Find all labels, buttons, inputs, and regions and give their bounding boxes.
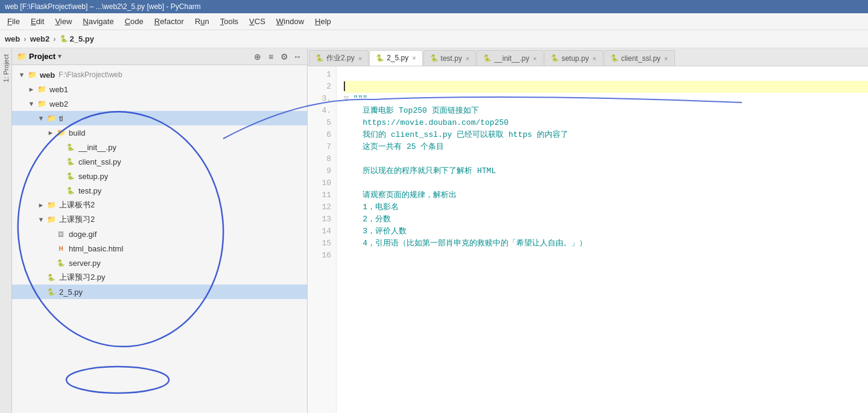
tab-icon-zuoye2: 🐍 bbox=[315, 54, 324, 62]
project-header: 📁 Project ▾ ⊕ ≡ ⚙ ↔ bbox=[12, 48, 307, 65]
file-icon-setup: 🐍 bbox=[65, 171, 76, 181]
tab-close-zuoye2[interactable]: × bbox=[358, 55, 362, 62]
tab-label-zuoye2: 作业2.py bbox=[326, 53, 355, 63]
tab-test[interactable]: 🐍 test.py × bbox=[423, 50, 477, 66]
line-num-15: 15 bbox=[308, 238, 336, 250]
code-line-3: ▽ """ bbox=[344, 93, 868, 105]
line-num-11: 11 bbox=[308, 189, 336, 201]
menu-view[interactable]: View bbox=[50, 15, 77, 28]
file-icon-init: 🐍 bbox=[65, 142, 76, 152]
expand-setup bbox=[55, 172, 65, 180]
sidebar-strip: 1: Project bbox=[0, 48, 12, 413]
file-icon-server: 🐍 bbox=[55, 258, 66, 268]
tree-item-html-basic[interactable]: H html_basic.html bbox=[12, 241, 307, 256]
breadcrumb-web2[interactable]: web2 bbox=[30, 34, 50, 43]
menu-window[interactable]: Window bbox=[271, 15, 309, 28]
expand-shangyuxi2-py bbox=[36, 274, 46, 281]
tree-path-web: F:\FlaskProject\web bbox=[59, 71, 122, 79]
tab-client-ssl[interactable]: 🐍 client_ssl.py × bbox=[604, 50, 675, 66]
breadcrumb-web[interactable]: web bbox=[5, 34, 20, 43]
tab-label-2_5: 2_5.py bbox=[387, 54, 408, 62]
menu-tools[interactable]: Tools bbox=[215, 15, 243, 28]
menu-code[interactable]: Code bbox=[120, 15, 148, 28]
tree-label-client-ssl: client_ssl.py bbox=[78, 157, 121, 166]
tree-item-doge[interactable]: 🖼 doge.gif bbox=[12, 227, 307, 241]
tab-close-test[interactable]: × bbox=[466, 55, 469, 62]
code-content[interactable]: from tl import client_ssl as tl ▽ """ 豆瓣… bbox=[337, 66, 868, 413]
menu-vcs[interactable]: VCS bbox=[244, 15, 270, 28]
tab-label-setup: setup.py bbox=[562, 54, 589, 63]
tree-item-web1[interactable]: ► 📁 web1 bbox=[12, 82, 307, 96]
file-icon-test: 🐍 bbox=[65, 186, 76, 195]
expand-build: ► bbox=[46, 129, 55, 136]
code-line-9: 所以现在的程序就只剩下了解析 HTML bbox=[344, 165, 868, 177]
project-panel: 📁 Project ▾ ⊕ ≡ ⚙ ↔ ▼ 📁 web F:\FlaskProj… bbox=[12, 48, 308, 413]
tree-label-init: __init__.py bbox=[78, 143, 116, 152]
titlebar-text: web [F:\FlaskProject\web] – ...\web2\2_5… bbox=[5, 2, 201, 11]
line-num-6: 6 bbox=[308, 129, 336, 141]
folder-icon-shangyuxi2: 📁 bbox=[46, 215, 57, 224]
tree-label-tl: tl bbox=[59, 114, 63, 123]
code-line-16 bbox=[344, 250, 868, 262]
menu-navigate[interactable]: Navigate bbox=[78, 15, 118, 28]
breadcrumb-sep-1: › bbox=[24, 34, 26, 43]
folder-icon-web1: 📁 bbox=[36, 84, 47, 94]
tab-setup[interactable]: 🐍 setup.py × bbox=[544, 50, 603, 66]
tree-item-shangyuxi2[interactable]: ▼ 📁 上课预习2 bbox=[12, 212, 307, 227]
tree-label-web2: web2 bbox=[49, 99, 68, 109]
expand-2_5-py bbox=[36, 288, 46, 295]
collapse-icon[interactable]: ≡ bbox=[266, 52, 276, 61]
folder-icon-web: 📁 bbox=[27, 70, 37, 80]
locate-icon[interactable]: ⊕ bbox=[253, 52, 262, 61]
menu-edit[interactable]: Edit bbox=[26, 15, 49, 28]
folder-icon-shangke2: 📁 bbox=[46, 200, 57, 210]
tree-item-tl[interactable]: ▼ 📁 tl bbox=[12, 111, 307, 125]
titlebar: web [F:\FlaskProject\web] – ...\web2\2_5… bbox=[0, 0, 868, 13]
line-num-3: 3. bbox=[308, 93, 336, 105]
tab-close-client-ssl[interactable]: × bbox=[664, 55, 668, 62]
tree-item-setup[interactable]: 🐍 setup.py bbox=[12, 169, 307, 183]
tabs-bar: 🐍 作业2.py × 🐍 2_5.py × 🐍 test.py × 🐍 __in… bbox=[308, 48, 868, 66]
tab-close-init[interactable]: × bbox=[533, 55, 536, 62]
tab-2_5[interactable]: 🐍 2_5.py × bbox=[369, 50, 422, 66]
menu-help[interactable]: Help bbox=[310, 15, 336, 28]
expand-doge bbox=[46, 230, 55, 238]
tree-label-shangke2: 上课板书2 bbox=[59, 200, 95, 210]
tree-item-init[interactable]: 🐍 __init__.py bbox=[12, 140, 307, 154]
menu-run[interactable]: Run bbox=[190, 15, 214, 28]
tree-label-doge: doge.gif bbox=[69, 230, 97, 239]
tree-item-web2[interactable]: ▼ 📁 web2 bbox=[12, 96, 307, 111]
tree-item-2_5-py[interactable]: 🐍 2_5.py bbox=[12, 285, 307, 299]
code-editor[interactable]: 1 2 3. 4. 5 6 7 8 9 10 11 12 13 14 15 16 bbox=[308, 66, 868, 413]
settings-icon[interactable]: ⚙ bbox=[279, 52, 289, 61]
tree-item-build[interactable]: ► 📁 build bbox=[12, 125, 307, 140]
file-icon-doge: 🖼 bbox=[55, 229, 66, 239]
tree-item-shangke2[interactable]: ► 📁 上课板书2 bbox=[12, 198, 307, 212]
tab-zuoye2[interactable]: 🐍 作业2.py × bbox=[309, 50, 369, 66]
tab-label-init: __init__.py bbox=[494, 54, 529, 63]
menu-file[interactable]: File bbox=[2, 15, 25, 28]
tab-init[interactable]: 🐍 __init__.py × bbox=[477, 50, 543, 66]
tab-icon-test: 🐍 bbox=[430, 54, 439, 62]
menu-refactor[interactable]: Refactor bbox=[150, 15, 189, 28]
tree-item-shangyuxi2-py[interactable]: 🐍 上课预习2.py bbox=[12, 270, 307, 285]
expand-init bbox=[55, 143, 65, 151]
tab-close-setup[interactable]: × bbox=[592, 55, 596, 62]
line-num-14: 14 bbox=[308, 225, 336, 238]
project-dropdown-icon[interactable]: ▾ bbox=[58, 52, 62, 60]
code-line-15: 4，引用语（比如第一部肖申克的救赎中的「希望让人自由。」） bbox=[344, 238, 868, 250]
file-icon-shangyuxi2-py: 🐍 bbox=[46, 273, 57, 282]
tab-close-2_5[interactable]: × bbox=[412, 54, 416, 61]
sidebar-strip-label-project[interactable]: 1: Project bbox=[1, 51, 11, 86]
line-numbers: 1 2 3. 4. 5 6 7 8 9 10 11 12 13 14 15 16 bbox=[308, 66, 337, 413]
code-line-2 bbox=[344, 81, 868, 93]
breadcrumb-file[interactable]: 2_5.py bbox=[70, 34, 94, 43]
tree-item-server[interactable]: 🐍 server.py bbox=[12, 256, 307, 270]
expand-shrink-icon[interactable]: ↔ bbox=[293, 52, 302, 61]
tree-item-client-ssl[interactable]: 🐍 client_ssl.py bbox=[12, 154, 307, 169]
line-num-7: 7 bbox=[308, 141, 336, 153]
tree-item-web[interactable]: ▼ 📁 web F:\FlaskProject\web bbox=[12, 68, 307, 82]
tree-label-shangyuxi2: 上课预习2 bbox=[59, 214, 95, 225]
code-line-5: https://movie.douban.com/top250 bbox=[344, 117, 868, 129]
tree-item-test[interactable]: 🐍 test.py bbox=[12, 183, 307, 198]
